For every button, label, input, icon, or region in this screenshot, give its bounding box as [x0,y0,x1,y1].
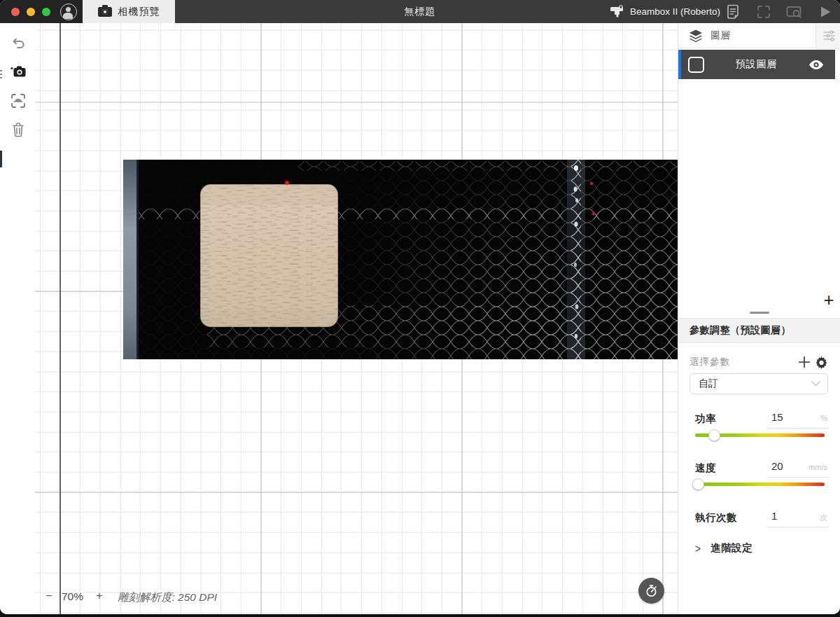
tab-camera-preview[interactable]: 相機預覽 [83,0,175,23]
engraving-resolution-label[interactable]: 雕刻解析度: 250 DPI [118,590,217,605]
passes-input[interactable]: 1 次 [767,510,829,527]
time-estimate-button[interactable] [638,578,664,604]
power-slider[interactable] [695,434,825,437]
power-value: 15 [767,411,820,423]
power-unit: % [820,411,829,422]
speed-input[interactable]: 20 mm/s [767,460,829,478]
play-icon [818,5,832,19]
params-section-header: 參數調整（預設圖層） [678,318,840,343]
trash-icon [10,121,26,138]
select-parameter-row: 選擇參數 [690,354,830,370]
adjust-sliders-icon [823,30,835,41]
add-layer-button[interactable]: + [820,291,838,309]
clipped-edge-artifact [0,151,2,167]
zoom-out-button[interactable]: − [42,590,56,604]
add-preset-button[interactable] [796,354,813,370]
delete-preview-button[interactable] [8,120,28,139]
window-controls [0,0,83,23]
passes-value: 1 [767,510,820,522]
manage-presets-button[interactable] [813,354,830,370]
plus-icon [798,356,811,368]
minimize-button[interactable] [27,8,35,16]
device-selector[interactable]: Beambox II (Roberto) [609,0,720,23]
titlebar: 相機預覽 無標題 Beambox II (Roberto) [0,0,840,23]
titlebar-actions [724,0,834,23]
maximize-button[interactable] [42,8,50,16]
passes-label: 執行次數 [695,511,737,525]
power-input[interactable]: 15 % [767,411,829,429]
speed-unit: mm/s [808,460,829,471]
gear-icon [815,356,828,369]
workarea-boundary-line [59,23,61,614]
parameter-preset-select[interactable]: 自訂 [690,373,828,394]
layer-color-checkbox[interactable] [688,57,704,73]
close-button[interactable] [11,8,20,16]
passes-unit: 次 [820,510,829,523]
params-section-title: 參數調整（預設圖層） [690,324,791,337]
speed-label: 速度 [695,462,716,475]
layer-row-default[interactable]: 預設圖層 [678,50,835,79]
eye-icon[interactable] [808,60,824,70]
chevron-down-icon [811,381,827,387]
power-slider-thumb[interactable] [708,429,720,441]
document-settings-button[interactable] [724,3,742,21]
advanced-settings-toggle[interactable]: > 進階設定 [695,541,752,555]
camera-search-icon [786,5,803,19]
trace-frame-icon [10,92,27,109]
undo-button[interactable] [8,34,28,54]
advanced-settings-label: 進階設定 [710,541,752,555]
tab-adjust-parameters[interactable] [816,23,840,49]
layer-selected-indicator [678,50,681,79]
frame-icon [757,5,771,19]
preview-trace-button[interactable] [8,91,28,111]
account-icon[interactable] [60,4,77,20]
chevron-right-icon: > [695,541,701,554]
camera-preview-button[interactable] [8,62,28,82]
left-toolbar [0,23,35,614]
speed-slider[interactable] [695,483,825,486]
tab-camera-preview-label: 相機預覽 [118,6,160,18]
document-title: 無標題 [280,0,560,23]
beam-studio-window: − 70% + 雕刻解析度: 250 DPI [0,0,840,614]
select-parameter-label: 選擇參數 [690,356,796,368]
camera-icon [98,7,112,17]
document-settings-icon [726,4,740,20]
camera-preview-check-button[interactable] [785,3,804,21]
undo-icon [10,36,26,52]
layer-name: 預設圖層 [704,58,808,71]
machine-icon [609,5,624,19]
layers-icon [688,29,704,43]
camera-add-icon [9,64,27,81]
zoom-in-button[interactable]: + [92,590,106,604]
parameter-preset-value: 自訂 [690,377,811,390]
power-label: 功率 [695,413,716,426]
right-panel: 圖層 預設圖層 [678,23,840,614]
zoom-level-value[interactable]: 70% [62,590,83,603]
layers-panel-header: 圖層 [678,23,816,48]
timer-icon [644,583,659,598]
device-name: Beambox II (Roberto) [630,6,720,17]
layers-panel-title: 圖層 [710,29,731,42]
speed-slider-thumb[interactable] [692,478,704,490]
clipped-edge-artifact [0,69,2,78]
panel-resize-handle[interactable] [750,312,769,314]
speed-value: 20 [767,460,808,472]
frame-button[interactable] [755,3,773,21]
start-button[interactable] [816,3,834,21]
camera-preview-image[interactable] [123,160,678,359]
